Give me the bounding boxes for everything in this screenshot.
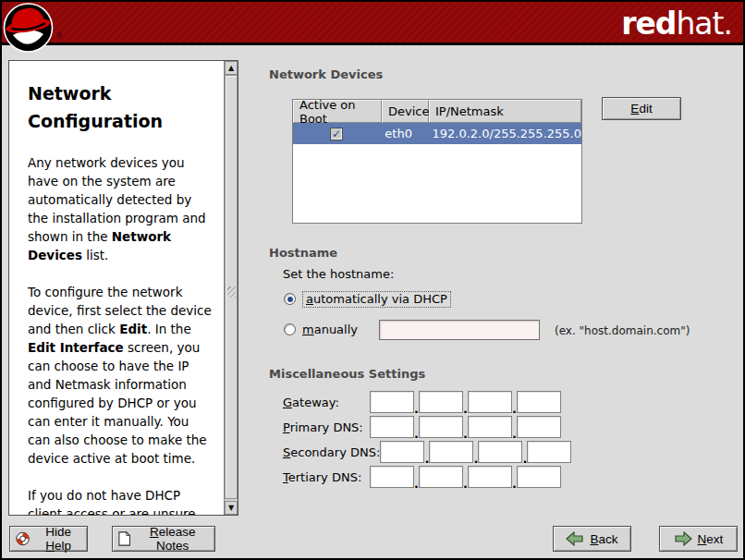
edit-button[interactable]: Edit bbox=[602, 97, 681, 120]
manually-label-rest: anually bbox=[314, 323, 358, 336]
next-rest: ext bbox=[706, 532, 723, 546]
document-icon bbox=[118, 530, 130, 547]
network-devices-section-title: Network Devices bbox=[269, 67, 383, 81]
primary-dns-mnemonic: P bbox=[283, 420, 290, 434]
tertiary-dns-octet-3[interactable] bbox=[468, 466, 512, 488]
hide-help-label: Hide Help bbox=[35, 525, 81, 553]
tertiary-dns-row: Tertiary DNS: . . . bbox=[283, 465, 561, 489]
manually-label[interactable]: manually bbox=[302, 323, 358, 336]
help-title: Network Configuration bbox=[28, 79, 185, 135]
release-notes-button[interactable]: Release Notes bbox=[112, 526, 215, 552]
active-on-boot-cell: ✓ bbox=[293, 128, 380, 140]
gateway-label: Gateway: bbox=[283, 396, 370, 409]
active-on-boot-checkbox[interactable]: ✓ bbox=[330, 128, 343, 140]
secondary-dns-label: Secondary DNS: bbox=[283, 445, 380, 459]
hostname-section-title: Hostname bbox=[269, 246, 337, 260]
help-p2-seg: screen, you can choose to have the IP an… bbox=[28, 340, 207, 466]
table-header-row: Active on Boot Device IP/Netmask bbox=[293, 100, 581, 123]
radio-selected-dot bbox=[287, 297, 293, 302]
redhat-shadowman-logo-icon bbox=[3, 2, 54, 53]
help-scrollbar[interactable]: ▲ ▼ bbox=[224, 61, 238, 515]
life-preserver-icon bbox=[16, 530, 30, 547]
next-arrow-icon bbox=[674, 531, 692, 546]
back-rest: ack bbox=[599, 532, 618, 546]
hide-help-mnemonic: H bbox=[45, 539, 55, 553]
help-paragraph-1: Any network devices you have on the syst… bbox=[28, 153, 213, 264]
help-panel: Network Configuration Any network device… bbox=[8, 60, 238, 516]
network-devices-table: Active on Boot Device IP/Netmask ✓ eth0 … bbox=[292, 99, 582, 224]
secondary-dns-octet-2[interactable] bbox=[429, 441, 473, 463]
radio-auto-dhcp[interactable] bbox=[284, 293, 296, 305]
edit-label-rest: dit bbox=[639, 102, 652, 116]
device-cell: eth0 bbox=[380, 127, 426, 140]
scrollbar-thumb[interactable] bbox=[225, 75, 238, 499]
tertiary-dns-octet-4[interactable] bbox=[517, 466, 561, 488]
gateway-label-rest: ateway: bbox=[292, 396, 339, 409]
gateway-mnemonic: G bbox=[283, 396, 292, 409]
auto-mnemonic: a bbox=[306, 292, 313, 306]
installer-window: redhat. ® Network Configuration Any netw… bbox=[0, 0, 745, 560]
help-p1-seg: list. bbox=[82, 248, 108, 262]
hide-help-button[interactable]: Hide Help bbox=[9, 526, 88, 552]
tertiary-dns-octet-1[interactable] bbox=[370, 466, 414, 488]
secondary-dns-octet-4[interactable] bbox=[527, 441, 571, 463]
gateway-octet-3[interactable] bbox=[468, 391, 512, 413]
auto-dhcp-label[interactable]: automatically via DHCP bbox=[306, 292, 451, 306]
help-paragraph-2: To configure the network device, first s… bbox=[28, 283, 213, 468]
next-button[interactable]: Next bbox=[659, 526, 738, 552]
gateway-octet-4[interactable] bbox=[517, 391, 561, 413]
registered-trademark: ® bbox=[55, 32, 63, 41]
primary-dns-row: Primary DNS: . . . bbox=[283, 415, 561, 439]
help-p3-seg: If you do not have DHCP client access or… bbox=[28, 488, 196, 516]
secondary-dns-row: Secondary DNS: . . . bbox=[283, 440, 571, 464]
hostname-input[interactable] bbox=[379, 320, 540, 340]
back-button[interactable]: Back bbox=[553, 526, 631, 552]
column-header-device[interactable]: Device bbox=[382, 100, 429, 123]
radio-manually[interactable] bbox=[284, 323, 296, 335]
secondary-dns-label-rest: econdary DNS: bbox=[290, 445, 380, 459]
set-hostname-label: Set the hostname: bbox=[283, 267, 394, 281]
primary-dns-label-rest: rimary DNS: bbox=[290, 420, 363, 434]
scroll-up-icon[interactable]: ▲ bbox=[225, 61, 238, 75]
tertiary-dns-octet-2[interactable] bbox=[419, 466, 463, 488]
wordmark-hat: hat bbox=[676, 6, 723, 42]
secondary-dns-octet-3[interactable] bbox=[478, 441, 522, 463]
gateway-octet-1[interactable] bbox=[370, 391, 414, 413]
auto-label-rest: utomatically via DHCP bbox=[313, 292, 447, 306]
tertiary-dns-label-rest: ertiary DNS: bbox=[288, 470, 362, 484]
scroll-down-icon[interactable]: ▼ bbox=[225, 501, 238, 515]
primary-dns-octet-4[interactable] bbox=[517, 416, 561, 438]
primary-dns-octet-1[interactable] bbox=[370, 416, 414, 438]
scrollbar-grip bbox=[227, 286, 236, 298]
gateway-row: Gateway: . . . bbox=[283, 390, 561, 414]
primary-dns-label: Primary DNS: bbox=[283, 420, 370, 434]
release-notes-rest: elease Notes bbox=[156, 525, 195, 553]
release-notes-mnemonic: R bbox=[150, 525, 159, 539]
hide-help-rest: elp bbox=[55, 539, 71, 553]
table-row-eth0[interactable]: ✓ eth0 192.0.2.0/255.255.255.0 bbox=[293, 123, 581, 144]
gateway-octet-2[interactable] bbox=[419, 391, 463, 413]
back-mnemonic: B bbox=[590, 532, 598, 546]
next-label: Next bbox=[698, 532, 724, 546]
hide-help-pre: Hide bbox=[45, 525, 71, 539]
primary-dns-octet-3[interactable] bbox=[468, 416, 512, 438]
help-p2-bold: Edit bbox=[119, 322, 147, 336]
help-text: Network Configuration Any network device… bbox=[20, 79, 213, 516]
edit-button-label: Edit bbox=[630, 102, 652, 116]
hostname-example-hint: (ex. "host.domain.com") bbox=[555, 324, 690, 337]
column-header-ip-netmask[interactable]: IP/Netmask bbox=[429, 100, 581, 123]
next-mnemonic: N bbox=[698, 532, 707, 546]
misc-settings-section-title: Miscellaneous Settings bbox=[269, 367, 425, 381]
help-p2-seg: . In the bbox=[147, 322, 191, 336]
primary-dns-octet-2[interactable] bbox=[419, 416, 463, 438]
tertiary-dns-label: Tertiary DNS: bbox=[283, 470, 370, 484]
titlebar: redhat. bbox=[0, 0, 745, 45]
ip-netmask-cell: 192.0.2.0/255.255.255.0 bbox=[426, 127, 581, 140]
focus-rectangle: automatically via DHCP bbox=[302, 291, 451, 308]
help-p2-bold: Edit Interface bbox=[28, 340, 124, 355]
wordmark-red: red bbox=[621, 6, 676, 42]
secondary-dns-octet-1[interactable] bbox=[380, 441, 424, 463]
redhat-wordmark: redhat. bbox=[621, 6, 732, 43]
column-header-active-on-boot[interactable]: Active on Boot bbox=[293, 100, 382, 123]
back-arrow-icon bbox=[566, 531, 584, 546]
